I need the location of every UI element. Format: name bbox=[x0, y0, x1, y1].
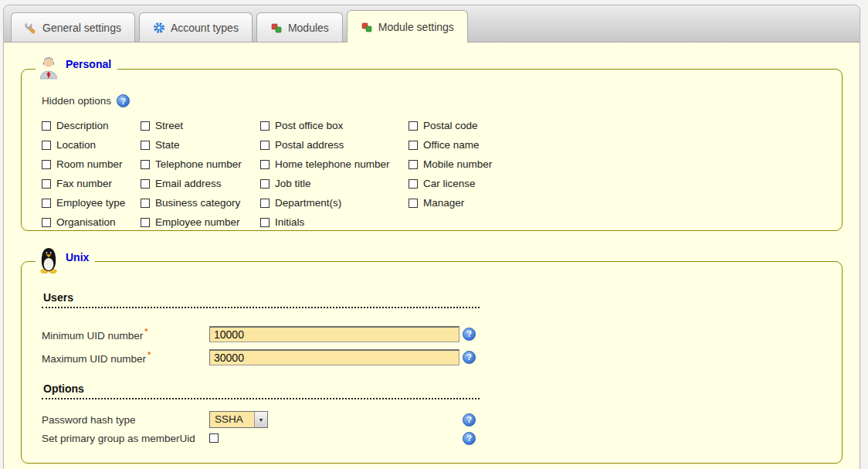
hidden-option[interactable]: Organisation bbox=[42, 216, 141, 228]
hidden-option[interactable]: Job title bbox=[260, 178, 409, 189]
checkbox[interactable] bbox=[42, 160, 51, 169]
modules-icon bbox=[270, 22, 283, 34]
hidden-options-grid: Description Street Post office box Posta… bbox=[42, 120, 826, 228]
hidden-option[interactable]: Postal code bbox=[409, 120, 563, 131]
password-hash-select[interactable]: SSHA ▼ bbox=[209, 411, 268, 428]
personal-legend-label: Personal bbox=[66, 58, 111, 70]
selected-value: SSHA bbox=[210, 412, 254, 427]
checkbox[interactable] bbox=[409, 121, 418, 131]
hidden-option[interactable]: Location bbox=[42, 139, 141, 151]
help-icon[interactable]: ? bbox=[463, 328, 476, 341]
checkbox[interactable] bbox=[42, 141, 51, 150]
member-uid-checkbox[interactable] bbox=[209, 433, 219, 443]
hidden-option[interactable]: Fax number bbox=[42, 178, 141, 189]
help-icon[interactable]: ? bbox=[117, 94, 130, 107]
member-uid-label: Set primary group as memberUid bbox=[42, 433, 209, 444]
hidden-option[interactable]: Email address bbox=[141, 178, 260, 189]
checkbox[interactable] bbox=[42, 199, 51, 208]
checkbox[interactable] bbox=[409, 179, 418, 189]
checkbox[interactable] bbox=[260, 121, 270, 131]
options-section-title: Options bbox=[42, 382, 480, 399]
checkbox[interactable] bbox=[42, 218, 51, 227]
max-uid-row: Maximum UID number* ? bbox=[42, 345, 826, 369]
checkbox[interactable] bbox=[141, 179, 150, 189]
checkbox-label: Car license bbox=[423, 178, 476, 189]
hidden-option[interactable]: Employee type bbox=[42, 197, 141, 209]
tab-bar: General settings Account types Modules bbox=[4, 5, 860, 42]
checkbox[interactable] bbox=[260, 218, 270, 227]
help-icon[interactable]: ? bbox=[463, 351, 476, 364]
modules-icon bbox=[361, 21, 373, 33]
checkbox[interactable] bbox=[260, 179, 270, 189]
checkbox-label: Telephone number bbox=[155, 158, 242, 170]
hidden-option[interactable]: Room number bbox=[42, 158, 141, 170]
checkbox-label: Home telephone number bbox=[275, 158, 390, 170]
hidden-option[interactable]: Manager bbox=[409, 197, 563, 209]
checkbox[interactable] bbox=[260, 160, 270, 169]
personal-legend: Personal bbox=[36, 52, 117, 80]
checkbox[interactable] bbox=[141, 160, 150, 169]
checkbox-label: Location bbox=[56, 139, 96, 151]
hidden-option[interactable]: Street bbox=[141, 120, 260, 131]
hidden-option[interactable]: Car license bbox=[409, 178, 563, 189]
required-icon: * bbox=[147, 350, 151, 359]
tab-account-types[interactable]: Account types bbox=[139, 12, 253, 42]
checkbox[interactable] bbox=[260, 141, 270, 150]
chevron-down-icon[interactable]: ▼ bbox=[254, 412, 267, 427]
checkbox-label: Initials bbox=[275, 216, 304, 228]
max-uid-input[interactable] bbox=[209, 349, 459, 365]
hidden-option[interactable]: State bbox=[141, 139, 260, 151]
checkbox-label: Description bbox=[56, 120, 109, 131]
tab-modules[interactable]: Modules bbox=[256, 12, 343, 42]
hidden-option[interactable]: Telephone number bbox=[141, 158, 260, 170]
unix-legend: Unix bbox=[36, 244, 95, 274]
settings-window: General settings Account types Modules bbox=[3, 5, 860, 469]
tab-label: Module settings bbox=[378, 21, 454, 33]
hidden-option[interactable]: Department(s) bbox=[260, 197, 409, 209]
hidden-option[interactable]: Office name bbox=[409, 139, 563, 151]
unix-fieldset: Unix Users Minimum UID number* ? Maximum… bbox=[21, 261, 843, 464]
checkbox-label: Manager bbox=[423, 197, 464, 209]
checkbox-label: Business category bbox=[155, 197, 240, 209]
required-icon: * bbox=[144, 327, 147, 336]
hidden-option[interactable]: Mobile number bbox=[409, 158, 563, 170]
checkbox-label: Employee number bbox=[155, 216, 240, 228]
checkbox[interactable] bbox=[409, 141, 418, 150]
hidden-option[interactable]: Employee number bbox=[141, 216, 260, 228]
checkbox[interactable] bbox=[141, 141, 150, 150]
checkbox[interactable] bbox=[42, 179, 51, 189]
hidden-options-label: Hidden options bbox=[42, 95, 111, 107]
checkbox-label: Postal code bbox=[423, 120, 478, 131]
tab-label: Modules bbox=[288, 22, 329, 34]
checkbox[interactable] bbox=[260, 199, 270, 208]
help-icon[interactable]: ? bbox=[463, 413, 476, 427]
wrench-icon bbox=[25, 22, 37, 34]
tux-icon bbox=[39, 247, 59, 277]
tab-general-settings[interactable]: General settings bbox=[11, 12, 135, 42]
min-uid-input[interactable] bbox=[209, 326, 459, 342]
checkbox-label: Department(s) bbox=[275, 197, 341, 209]
hidden-option[interactable]: Post office box bbox=[260, 120, 409, 131]
checkbox[interactable] bbox=[141, 218, 150, 227]
person-icon bbox=[39, 55, 59, 83]
min-uid-row: Minimum UID number* ? bbox=[42, 322, 826, 345]
checkbox-label: Employee type bbox=[56, 197, 125, 209]
hidden-option[interactable]: Home telephone number bbox=[260, 158, 409, 170]
min-uid-label: Minimum UID number* bbox=[42, 327, 209, 342]
checkbox[interactable] bbox=[141, 199, 150, 208]
checkbox-label: Street bbox=[155, 120, 183, 131]
hidden-option[interactable]: Postal address bbox=[260, 139, 409, 151]
checkbox[interactable] bbox=[409, 199, 418, 208]
max-uid-label: Maximum UID number* bbox=[42, 350, 209, 365]
hidden-option[interactable]: Description bbox=[42, 120, 141, 131]
hidden-option[interactable]: Business category bbox=[141, 197, 260, 209]
checkbox[interactable] bbox=[141, 121, 150, 131]
hidden-option[interactable]: Initials bbox=[260, 216, 409, 228]
checkbox[interactable] bbox=[409, 160, 418, 169]
checkbox[interactable] bbox=[42, 121, 51, 131]
checkbox-label: Organisation bbox=[56, 216, 116, 228]
help-icon[interactable]: ? bbox=[463, 432, 476, 445]
tab-module-settings[interactable]: Module settings bbox=[347, 10, 468, 42]
tab-label: General settings bbox=[42, 22, 121, 34]
checkbox-label: Room number bbox=[56, 158, 123, 170]
